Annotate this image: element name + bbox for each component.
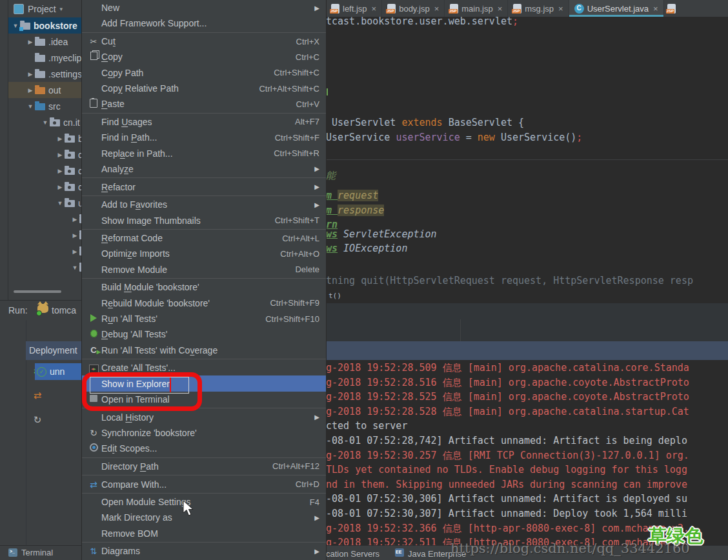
tree-item-cn.it[interactable]: ▼cn.it xyxy=(8,114,82,130)
tree-item-u[interactable]: ▼u xyxy=(8,195,82,211)
tree-item-out[interactable]: ▶out xyxy=(8,82,82,98)
tree-chevron-expanded-icon[interactable]: ▼ xyxy=(26,103,35,110)
close-icon[interactable]: × xyxy=(653,4,658,14)
tree-chevron-collapsed-icon[interactable]: ▶ xyxy=(70,216,79,223)
project-panel-title: Project xyxy=(28,4,56,14)
tree-chevron-collapsed-icon[interactable]: ▶ xyxy=(56,184,65,190)
tree-chevron-collapsed-icon[interactable]: ▶ xyxy=(26,87,35,94)
menu-item-build-module-bookstore[interactable]: Build Module 'bookstore' xyxy=(82,279,326,295)
tree-item-.idea[interactable]: ▶.idea xyxy=(8,34,82,50)
close-icon[interactable]: × xyxy=(558,4,563,14)
tree-chevron-collapsed-icon[interactable]: ▶ xyxy=(56,168,65,174)
menu-item-run-all-tests-with-coverage[interactable]: CRun 'All Tests' with Coverage xyxy=(82,342,326,357)
package-icon xyxy=(65,168,75,175)
tree-item-b[interactable]: ▶b xyxy=(8,130,82,146)
menu-item-show-image-thumbnails[interactable]: Show Image ThumbnailsCtrl+Shift+T xyxy=(82,212,326,228)
tree-chevron-collapsed-icon[interactable]: ▶ xyxy=(70,232,79,239)
artifact-row[interactable]: ✓ unn xyxy=(35,363,84,380)
menu-item-reformat-code[interactable]: Reformat CodeCtrl+Alt+L xyxy=(82,230,326,246)
menu-item-new[interactable]: New▶ xyxy=(82,0,326,15)
code-line: UserServlet extends BaseServlet { xyxy=(326,116,524,130)
code-segment: UserService xyxy=(326,132,396,143)
menu-item-shortcut: Ctrl+Shift+R xyxy=(274,148,319,158)
run-icon xyxy=(86,314,101,324)
menu-item-copy-relative-path[interactable]: Copy Relative PathCtrl+Alt+Shift+C xyxy=(82,81,326,96)
menu-item-label: Create 'All Tests'... xyxy=(101,363,176,373)
running-status-dot-icon xyxy=(36,310,42,316)
tree-chevron-expanded-icon[interactable]: ▼ xyxy=(11,23,20,29)
tree-item-.myeclip[interactable]: .myeclip xyxy=(8,50,82,66)
run-configuration-name[interactable]: tomca xyxy=(52,305,76,315)
menu-item-diagrams[interactable]: ⇅Diagrams▶ xyxy=(82,543,326,559)
tree-chevron-expanded-icon[interactable]: ▼ xyxy=(41,119,50,126)
menu-item-edit-scopes[interactable]: Edit Scopes... xyxy=(82,441,326,456)
statusbar-application-servers[interactable]: cation Servers xyxy=(326,549,379,559)
tab-partial[interactable] xyxy=(664,0,676,17)
tree-item-hidden[interactable]: ▼ xyxy=(8,259,82,275)
menu-item-find-in-path[interactable]: Find in Path...Ctrl+Shift+F xyxy=(82,130,326,145)
tree-item-hidden[interactable]: ▶ xyxy=(8,211,82,227)
tree-item-hidden[interactable]: ▶ xyxy=(8,275,82,292)
tree-chevron-collapsed-icon[interactable]: ▶ xyxy=(26,71,35,77)
menu-item-cut[interactable]: ✂CutCtrl+X xyxy=(82,34,326,49)
sync-deployments-icon[interactable]: ↻ xyxy=(30,414,45,426)
tree-chevron-expanded-icon[interactable]: ▼ xyxy=(70,265,79,271)
menu-item-add-framework-support[interactable]: Add Framework Support... xyxy=(82,15,326,31)
tree-item-label: out xyxy=(48,85,61,95)
menu-item-add-to-favorites[interactable]: Add to Favorites▶ xyxy=(82,197,326,212)
console-output[interactable]: g-2018 19:52:28.509 信息 [main] org.apache… xyxy=(326,361,728,545)
menu-item-refactor[interactable]: Refactor▶ xyxy=(82,179,326,194)
tree-item-src[interactable]: ▼src xyxy=(8,98,82,114)
tree-item-c[interactable]: ▶c xyxy=(8,146,82,163)
code-line: tning quit(HttpServletRequest request, H… xyxy=(326,274,693,288)
menu-item-remove-module[interactable]: Remove ModuleDelete xyxy=(82,262,326,277)
menu-item-optimize-imports[interactable]: Optimize ImportsCtrl+Alt+O xyxy=(82,246,326,261)
menu-item-paste[interactable]: PasteCtrl+V xyxy=(82,96,326,112)
menu-item-replace-in-path[interactable]: Replace in Path...Ctrl+Shift+R xyxy=(82,145,326,161)
code-line: UserService userService = new UserServic… xyxy=(326,131,582,145)
tree-horizontal-scrollbar[interactable] xyxy=(14,290,61,293)
menu-item-label: Open Module Settings xyxy=(101,497,191,507)
tree-item-hidden[interactable]: ▶ xyxy=(8,243,82,259)
deployment-label[interactable]: Deployment xyxy=(29,345,77,355)
menu-item-compare-with[interactable]: ⇄Compare With...Ctrl+D xyxy=(82,476,326,492)
menu-item-run-all-tests[interactable]: Run 'All Tests'Ctrl+Shift+F10 xyxy=(82,311,326,326)
chevron-down-icon[interactable]: ▾ xyxy=(60,6,63,12)
ide-window: Project ▾ ▼bookstore▶.idea.myeclip▶.sett… xyxy=(0,0,728,560)
tree-chevron-collapsed-icon[interactable]: ▶ xyxy=(56,135,65,142)
menu-item-copy-path[interactable]: Copy PathCtrl+Shift+C xyxy=(82,65,326,81)
menu-item-open-module-settings[interactable]: Open Module SettingsF4 xyxy=(82,494,326,510)
menu-item-label: Diagrams xyxy=(101,546,140,556)
menu-item-analyze[interactable]: Analyze▶ xyxy=(82,161,326,177)
editor-tab-label: main.jsp xyxy=(461,4,492,14)
menu-item-local-history[interactable]: Local History▶ xyxy=(82,409,326,425)
menu-item-mark-directory-as[interactable]: Mark Directory as▶ xyxy=(82,510,326,525)
submenu-arrow-icon: ▶ xyxy=(314,5,319,12)
redeploy-icon[interactable]: ⇄ xyxy=(30,390,45,401)
menu-item-synchronize-bookstore[interactable]: ↻Synchronize 'bookstore' xyxy=(82,425,326,441)
statusbar-terminal-button[interactable]: Terminal xyxy=(21,548,53,557)
menu-item-directory-path[interactable]: Directory PathCtrl+Alt+F12 xyxy=(82,459,326,474)
tab-UserServlet.java[interactable]: UserServlet.java× xyxy=(569,0,664,17)
tree-item-bookstore[interactable]: ▼bookstore xyxy=(8,17,82,34)
tree-item-c[interactable]: ▶c xyxy=(8,179,82,195)
close-icon[interactable]: × xyxy=(372,4,377,14)
code-segment: extends xyxy=(401,117,442,128)
tree-item-hidden[interactable]: ▶ xyxy=(8,227,82,243)
close-icon[interactable]: × xyxy=(434,4,440,14)
menu-item-debug-all-tests[interactable]: Debug 'All Tests' xyxy=(82,326,326,342)
tree-chevron-expanded-icon[interactable]: ▼ xyxy=(56,200,65,206)
tree-chevron-collapsed-icon[interactable]: ▶ xyxy=(56,152,65,158)
menu-item-remove-bom[interactable]: Remove BOM xyxy=(82,526,326,541)
menu-item-rebuild-module-bookstore[interactable]: Rebuild Module 'bookstore'Ctrl+Shift+F9 xyxy=(82,295,326,311)
close-icon[interactable]: × xyxy=(498,4,503,14)
tree-chevron-collapsed-icon[interactable]: ▶ xyxy=(26,39,35,45)
menu-item-find-usages[interactable]: Find UsagesAlt+F7 xyxy=(82,114,326,130)
tree-chevron-collapsed-icon[interactable]: ▶ xyxy=(70,248,79,255)
code-segment: userService xyxy=(396,132,460,143)
tree-item-c[interactable]: ▶c xyxy=(8,163,82,179)
tree-item-.settings[interactable]: ▶.settings xyxy=(8,66,82,82)
project-panel-header[interactable]: Project ▾ xyxy=(8,0,82,17)
breadcrumb[interactable]: t() xyxy=(329,292,341,300)
menu-item-copy[interactable]: CopyCtrl+C xyxy=(82,49,326,65)
